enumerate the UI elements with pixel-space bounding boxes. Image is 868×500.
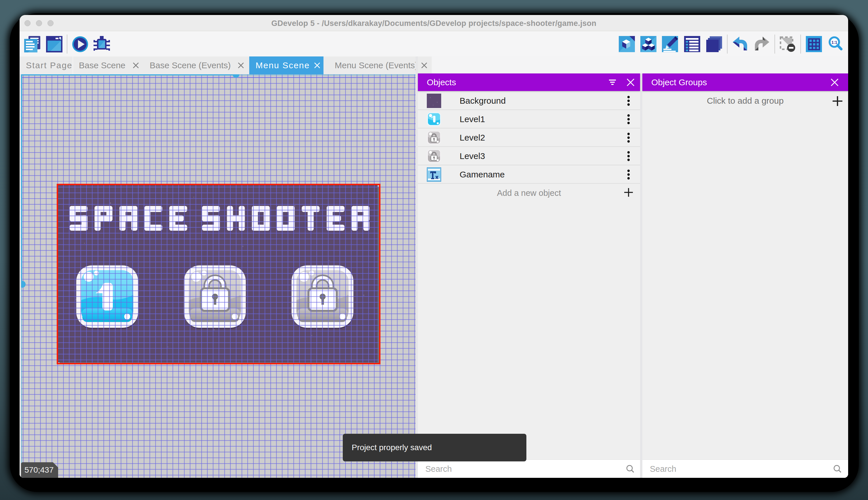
svg-text:1:1: 1:1 (831, 40, 837, 45)
